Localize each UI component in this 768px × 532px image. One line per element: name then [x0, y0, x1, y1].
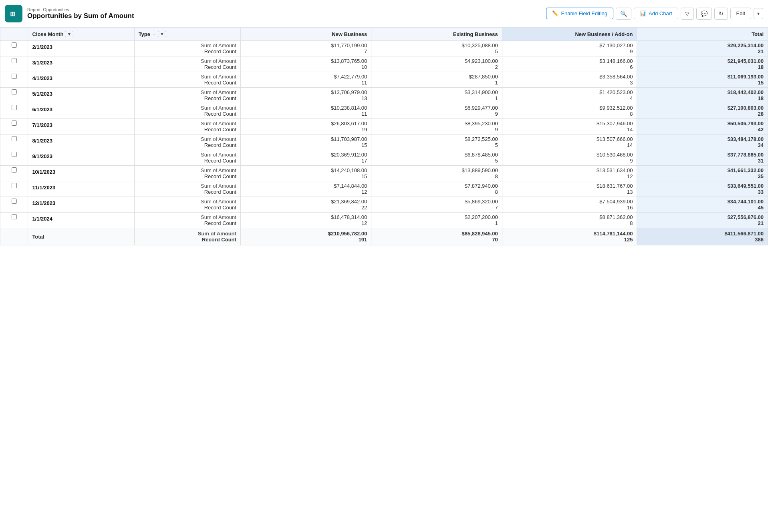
- refresh-icon: ↻: [719, 10, 724, 17]
- row-addon: $7,130,027.00 9: [502, 41, 637, 56]
- row-total: $27,100,803.00 28: [637, 103, 768, 119]
- row-date: 9/1/2023: [28, 150, 134, 166]
- row-new-biz: $26,803,617.00 19: [240, 119, 371, 135]
- table-row: 1/1/2024 Sum of Amount Record Count $16,…: [0, 213, 768, 228]
- report-table: Close Month ▼ Type → ▼ New Business Exis…: [0, 27, 768, 245]
- col-header-type[interactable]: Type → ▼: [134, 28, 240, 41]
- row-checkbox-cell[interactable]: [0, 119, 28, 135]
- row-total: $27,556,876.00 21: [637, 213, 768, 228]
- footer-existing-biz: $85,828,945.00 70: [371, 228, 502, 245]
- row-checkbox[interactable]: [12, 105, 17, 110]
- row-new-biz: $20,369,912.00 17: [240, 150, 371, 166]
- row-type: Sum of Amount Record Count: [134, 197, 240, 213]
- row-addon: $1,420,523.00 4: [502, 88, 637, 103]
- row-checkbox[interactable]: [12, 120, 17, 126]
- table-row: 7/1/2023 Sum of Amount Record Count $26,…: [0, 119, 768, 135]
- row-date: 2/1/2023: [28, 41, 134, 56]
- row-new-biz: $11,703,987.00 15: [240, 135, 371, 150]
- table-row: 2/1/2023 Sum of Amount Record Count $11,…: [0, 41, 768, 56]
- filter-icon: ▽: [685, 10, 689, 17]
- close-month-filter-btn[interactable]: ▼: [65, 31, 73, 37]
- row-type: Sum of Amount Record Count: [134, 103, 240, 119]
- enable-field-editing-button[interactable]: ✏️ Enable Field Editing: [546, 8, 613, 19]
- footer-addon: $114,781,144.00 125: [502, 228, 637, 245]
- row-total: $50,506,793.00 42: [637, 119, 768, 135]
- app-header: ⊞ Report: Opportunities Opportunities by…: [0, 0, 768, 27]
- row-new-biz: $10,238,814.00 11: [240, 103, 371, 119]
- row-type: Sum of Amount Record Count: [134, 135, 240, 150]
- row-checkbox-cell[interactable]: [0, 150, 28, 166]
- row-existing-biz: $10,325,088.00 5: [371, 41, 502, 56]
- search-button[interactable]: 🔍: [616, 8, 631, 20]
- row-checkbox[interactable]: [12, 89, 17, 94]
- row-total: $21,945,031.00 18: [637, 56, 768, 72]
- edit-button[interactable]: Edit: [730, 8, 751, 19]
- row-total: $41,661,332.00 35: [637, 166, 768, 181]
- row-checkbox[interactable]: [12, 74, 17, 79]
- search-icon: 🔍: [620, 10, 627, 17]
- row-checkbox-cell[interactable]: [0, 197, 28, 213]
- table-body: 2/1/2023 Sum of Amount Record Count $11,…: [0, 41, 768, 228]
- filter-button[interactable]: ▽: [681, 8, 694, 20]
- row-date: 11/1/2023: [28, 181, 134, 197]
- row-total: $34,744,101.00 45: [637, 197, 768, 213]
- row-checkbox[interactable]: [12, 199, 17, 204]
- row-existing-biz: $4,923,100.00 2: [371, 56, 502, 72]
- row-checkbox-cell[interactable]: [0, 41, 28, 56]
- info-button[interactable]: 💬: [696, 8, 712, 20]
- row-type: Sum of Amount Record Count: [134, 41, 240, 56]
- row-type: Sum of Amount Record Count: [134, 213, 240, 228]
- row-new-biz: $13,706,979.00 13: [240, 88, 371, 103]
- row-addon: $7,504,939.00 16: [502, 197, 637, 213]
- footer-label: Total: [28, 228, 134, 245]
- row-checkbox-cell[interactable]: [0, 72, 28, 88]
- row-existing-biz: $5,869,320.00 7: [371, 197, 502, 213]
- type-filter-btn[interactable]: ▼: [158, 31, 166, 37]
- refresh-button[interactable]: ↻: [714, 8, 728, 20]
- table-row: 8/1/2023 Sum of Amount Record Count $11,…: [0, 135, 768, 150]
- row-total: $33,484,178.00 34: [637, 135, 768, 150]
- row-total: $11,069,193.00 15: [637, 72, 768, 88]
- row-addon: $8,871,362.00 8: [502, 213, 637, 228]
- row-existing-biz: $287,850.00 1: [371, 72, 502, 88]
- app-logo: ⊞: [5, 5, 22, 22]
- col-header-existing-business: Existing Business: [371, 28, 502, 41]
- row-checkbox[interactable]: [12, 167, 17, 173]
- report-title: Opportunities by Sum of Amount: [27, 12, 546, 20]
- row-checkbox-cell[interactable]: [0, 166, 28, 181]
- row-addon: $3,358,564.00 3: [502, 72, 637, 88]
- row-type: Sum of Amount Record Count: [134, 88, 240, 103]
- row-checkbox-cell[interactable]: [0, 181, 28, 197]
- row-date: 1/1/2024: [28, 213, 134, 228]
- row-checkbox-cell[interactable]: [0, 135, 28, 150]
- row-addon: $10,530,468.00 9: [502, 150, 637, 166]
- checkbox-header: [0, 28, 28, 41]
- col-header-new-business: New Business: [240, 28, 371, 41]
- report-table-container: Close Month ▼ Type → ▼ New Business Exis…: [0, 27, 768, 245]
- more-actions-button[interactable]: ▾: [754, 8, 763, 19]
- add-chart-button[interactable]: 📊 Add Chart: [634, 8, 678, 19]
- row-date: 10/1/2023: [28, 166, 134, 181]
- row-date: 4/1/2023: [28, 72, 134, 88]
- svg-text:⊞: ⊞: [10, 10, 15, 17]
- col-header-close-month[interactable]: Close Month ▼: [28, 28, 134, 41]
- row-existing-biz: $2,207,200.00 1: [371, 213, 502, 228]
- row-checkbox[interactable]: [12, 58, 17, 63]
- row-checkbox[interactable]: [12, 152, 17, 157]
- row-checkbox[interactable]: [12, 183, 17, 188]
- row-new-biz: $11,770,199.00 7: [240, 41, 371, 56]
- row-checkbox[interactable]: [12, 214, 17, 219]
- row-checkbox[interactable]: [12, 42, 17, 48]
- row-addon: $9,932,512.00 8: [502, 103, 637, 119]
- row-checkbox-cell[interactable]: [0, 88, 28, 103]
- row-addon: $13,531,634.00 12: [502, 166, 637, 181]
- chevron-down-icon: ▾: [757, 11, 760, 16]
- row-date: 6/1/2023: [28, 103, 134, 119]
- row-type: Sum of Amount Record Count: [134, 181, 240, 197]
- row-checkbox-cell[interactable]: [0, 56, 28, 72]
- row-checkbox[interactable]: [12, 136, 17, 141]
- table-row: 11/1/2023 Sum of Amount Record Count $7,…: [0, 181, 768, 197]
- row-checkbox-cell[interactable]: [0, 213, 28, 228]
- row-type: Sum of Amount Record Count: [134, 166, 240, 181]
- row-checkbox-cell[interactable]: [0, 103, 28, 119]
